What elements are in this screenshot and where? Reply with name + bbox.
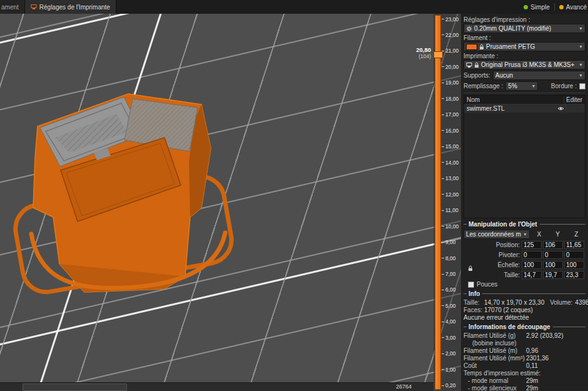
spool-included-row: (bobine incluse): [464, 340, 585, 347]
advanced-mode-dot-icon: [559, 5, 564, 9]
chevron-down-icon: ▼: [579, 73, 583, 78]
spool-included-label: (bobine incluse): [464, 340, 526, 347]
coords-dropdown[interactable]: Les coordonnées mond ▼: [464, 230, 530, 239]
scale-x-input[interactable]: [522, 261, 542, 269]
scale-y-input[interactable]: [543, 261, 563, 269]
time-normal-row: - mode normal 29m: [464, 377, 585, 384]
filament-used-mm3-row: Filament Utilisé (mm³) 2301,36: [464, 355, 585, 362]
position-label: Position:: [464, 241, 522, 248]
inches-row: Pouces: [468, 281, 585, 288]
model-swimmer-stl[interactable]: [0, 14, 435, 383]
position-row: Position:: [464, 241, 585, 249]
brim-label: Bordure :: [551, 83, 577, 89]
print-time-header-row: Temps d'impression estimé:: [464, 370, 585, 377]
layer-tick: 5,00: [442, 303, 461, 308]
print-settings-label: Réglages d'impression :: [464, 16, 585, 23]
chevron-down-icon: ▼: [579, 26, 583, 31]
chevron-down-icon: ▼: [579, 44, 583, 49]
layer-tick: 2,00: [442, 351, 461, 357]
position-y-input[interactable]: [543, 241, 563, 249]
printer-icon: [31, 4, 37, 10]
current-layer-number: (104): [416, 53, 431, 59]
supports-row: Supports: Aucun ▼: [464, 71, 585, 80]
layer-tick: 16,00: [442, 128, 461, 133]
printer-icon: [466, 62, 472, 68]
mode-separator: [554, 3, 555, 11]
size-label: Taille:: [464, 272, 522, 278]
infill-row: Remplissage : 5% ▼ Bordure :: [464, 81, 585, 91]
tab-printer-settings[interactable]: Réglages de l'Imprimante: [25, 0, 116, 14]
3d-viewport[interactable]: 26764 23,0022,0021,0020,0019,0018,0017,0…: [0, 14, 461, 391]
layer-tick: 7,00: [442, 272, 461, 277]
top-tab-bar: ament Réglages de l'Imprimante Simple Av…: [0, 0, 588, 14]
tab-filament-settings[interactable]: ament: [0, 0, 25, 14]
layer-tick: 19,00: [442, 80, 461, 86]
layer-slider[interactable]: 23,0022,0021,0020,0019,0018,0017,0016,00…: [433, 14, 461, 391]
view-mode-control[interactable]: [23, 383, 127, 391]
size-z-input[interactable]: [564, 271, 584, 279]
layer-tick: 11,00: [442, 208, 461, 213]
object-list-row[interactable]: swimmer.STL: [464, 104, 585, 113]
divider: [464, 93, 585, 93]
filament-used-g-row: Filament Utilisé (g) 2,92 (203,92): [464, 332, 585, 339]
layer-tick: 22,00: [442, 32, 461, 38]
brim-checkbox[interactable]: [579, 83, 585, 89]
time-stealth-row: - mode silencieux 29m: [464, 385, 585, 391]
layer-slider-track[interactable]: [435, 15, 441, 390]
mode-simple-button[interactable]: Simple: [524, 4, 550, 11]
layer-tick: 21,00: [442, 48, 461, 54]
eye-icon[interactable]: [555, 106, 565, 111]
size-x-input[interactable]: [522, 271, 542, 279]
coords-value: Les coordonnées mond: [466, 231, 521, 238]
inches-label: Pouces: [477, 281, 497, 288]
lock-icon: [474, 62, 479, 68]
filament-used-mm3-label: Filament Utilisé (mm³): [464, 355, 526, 362]
filament-dropdown[interactable]: Prusament PETG ▼: [464, 42, 585, 51]
rotate-x-input[interactable]: [522, 251, 542, 259]
size-y-input[interactable]: [543, 271, 563, 279]
lock-icon: [479, 44, 484, 50]
filament-used-m-row: Filament Utilisé (m) 0,96: [464, 347, 585, 354]
printer-dropdown[interactable]: Original Prusa i3 MK3S & MK3S+ ▼: [464, 60, 585, 69]
info-size-value: 14,70 x 19,70 x 23,30: [484, 299, 544, 306]
time-stealth-label: - mode silencieux: [464, 385, 526, 391]
info-errors: Aucune erreur détectée: [464, 314, 529, 321]
print-settings-value: 0.20mm QUALITY (modifié): [474, 25, 551, 32]
time-normal-value: 29m: [526, 377, 538, 384]
axis-y-label: Y: [549, 231, 567, 238]
tab-printer-label: Réglages de l'Imprimante: [39, 4, 110, 11]
filament-used-g-label: Filament Utilisé (g): [464, 332, 526, 339]
scale-z-input[interactable]: [564, 261, 584, 269]
layer-tick: 9,00: [442, 240, 461, 245]
layer-tick: 13,00: [442, 176, 461, 181]
rotate-z-input[interactable]: [564, 251, 584, 259]
inches-checkbox[interactable]: [468, 282, 474, 288]
info-size-label: Taille:: [464, 299, 484, 306]
position-x-input[interactable]: [522, 241, 542, 249]
layer-tick: 3,00: [442, 335, 461, 340]
slicing-title: Informations de découpage: [469, 323, 550, 330]
infill-dropdown[interactable]: 5% ▼: [505, 81, 538, 91]
position-z-input[interactable]: [564, 241, 584, 249]
print-settings-dropdown[interactable]: 0.20mm QUALITY (modifié) ▼: [464, 24, 585, 33]
object-list-empty-area[interactable]: [464, 113, 585, 218]
info-errors-row: Aucune erreur détectée: [464, 314, 585, 321]
time-normal-label: - mode normal: [464, 377, 526, 384]
layer-tick: 23,00: [442, 16, 461, 22]
object-edit-cell[interactable]: [565, 104, 582, 113]
scale-row: Échelle:: [464, 261, 585, 269]
rotate-y-input[interactable]: [543, 251, 563, 259]
current-layer-height: 20,80: [416, 46, 431, 53]
layer-tick: 8,00: [442, 255, 461, 261]
filament-used-m-label: Filament Utilisé (m): [464, 347, 526, 354]
filament-value: Prusament PETG: [486, 43, 535, 50]
cost-row: Coût 0,11: [464, 362, 585, 369]
info-volume-label: Volume:: [550, 299, 572, 306]
layer-tick: 12,00: [442, 191, 461, 197]
supports-dropdown[interactable]: Aucun ▼: [493, 71, 585, 80]
size-row: Taille:: [464, 271, 585, 279]
tab-filament-label: ament: [1, 4, 19, 11]
info-faces-row: Faces: 17070 (2 coques): [464, 307, 585, 313]
mode-advanced-button[interactable]: Avancé: [559, 4, 587, 11]
info-faces-label: Faces:: [464, 307, 484, 313]
